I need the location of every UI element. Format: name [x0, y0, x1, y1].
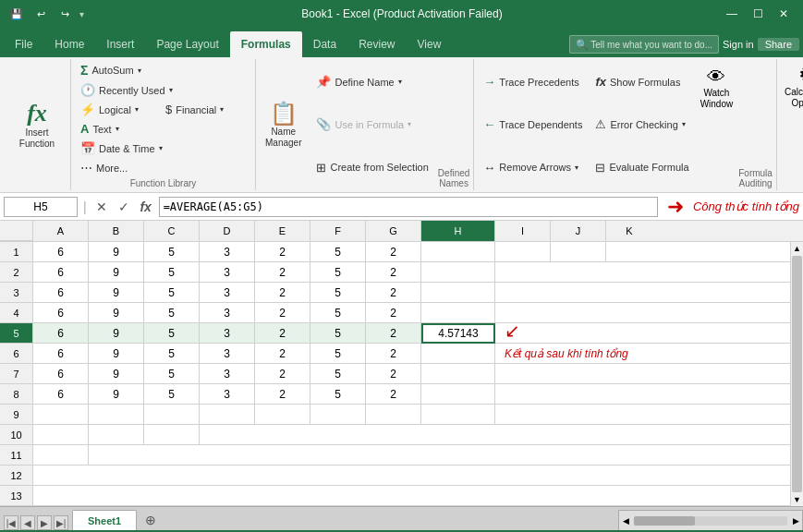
cell-f7[interactable]: 5 [310, 364, 366, 384]
cell-f2[interactable]: 5 [310, 262, 366, 283]
row-header-10[interactable]: 10 [0, 425, 33, 445]
cell-f6[interactable]: 5 [310, 344, 366, 364]
col-header-i[interactable]: I [495, 221, 551, 241]
minimize-button[interactable]: — [720, 5, 744, 23]
sheet-nav-next[interactable]: ▶ [37, 515, 52, 530]
cell-f4[interactable]: 5 [310, 303, 366, 323]
cell-d6[interactable]: 3 [200, 344, 255, 364]
cell-g3[interactable]: 2 [366, 283, 421, 303]
cell-g1[interactable]: 2 [366, 242, 421, 262]
scroll-left-button[interactable]: ◀ [619, 511, 632, 531]
row-header-1[interactable]: 1 [0, 242, 33, 262]
remove-arrows-button[interactable]: ↔ Remove Arrows ▾ [478, 159, 588, 176]
cell-f3[interactable]: 5 [310, 283, 366, 303]
cell-a9[interactable] [33, 405, 89, 425]
autosum-button[interactable]: Σ AutoSum ▾ [75, 61, 158, 79]
tab-file[interactable]: File [4, 31, 43, 57]
cell-rest-10[interactable] [200, 425, 790, 445]
cell-e2[interactable]: 2 [255, 262, 310, 283]
cell-rest-3[interactable] [495, 283, 790, 303]
cell-h5-active[interactable]: 4.57143 [421, 323, 495, 344]
cell-g2[interactable]: 2 [366, 262, 421, 283]
cell-b6[interactable]: 9 [89, 344, 144, 364]
sheet-nav-first[interactable]: |◀ [4, 515, 18, 530]
cell-c9[interactable] [144, 405, 200, 425]
cell-a5[interactable]: 6 [33, 323, 89, 344]
col-header-f[interactable]: F [310, 221, 366, 241]
row-header-13[interactable]: 13 [0, 486, 33, 506]
search-bar[interactable]: 🔍 Tell me what you want to do... [569, 35, 719, 54]
cell-e6[interactable]: 2 [255, 344, 310, 364]
cell-a10[interactable] [33, 425, 89, 445]
maximize-button[interactable]: ☐ [746, 5, 770, 23]
use-in-formula-button[interactable]: 📎 Use in Formula ▾ [310, 115, 433, 133]
scroll-down-button[interactable]: ▼ [791, 493, 803, 506]
date-time-button[interactable]: 📅 Date & Time ▾ [75, 139, 168, 157]
tab-formulas[interactable]: Formulas [230, 31, 302, 57]
col-header-d[interactable]: D [200, 221, 255, 241]
text-button[interactable]: A Text ▾ [75, 120, 158, 138]
cell-a7[interactable]: 6 [33, 364, 89, 384]
cell-a1[interactable]: 6 [33, 242, 89, 262]
cell-h9[interactable] [421, 405, 495, 425]
name-box[interactable] [4, 197, 78, 217]
cell-b7[interactable]: 9 [89, 364, 144, 384]
logical-button[interactable]: ⚡ Logical ▾ [75, 101, 158, 118]
scroll-up-button[interactable]: ▲ [791, 242, 803, 255]
cell-rest-5[interactable]: ↙ [495, 323, 790, 344]
row-header-3[interactable]: 3 [0, 283, 33, 303]
cell-g6[interactable]: 2 [366, 344, 421, 364]
calculation-options-button[interactable]: ⚙ CalculationOptions ▾ [781, 61, 803, 119]
create-from-selection-button[interactable]: ⊞ Create from Selection [310, 159, 433, 176]
col-header-j[interactable]: J [551, 221, 606, 241]
cancel-formula-icon[interactable]: ✕ [92, 198, 111, 216]
tab-page-layout[interactable]: Page Layout [145, 31, 229, 57]
cell-b5[interactable]: 9 [89, 323, 144, 344]
trace-dependents-button[interactable]: ← Trace Dependents [478, 115, 588, 133]
close-button[interactable]: ✕ [772, 5, 796, 23]
tab-review[interactable]: Review [347, 31, 406, 57]
cell-h6[interactable] [421, 344, 495, 364]
save-icon[interactable]: 💾 [7, 5, 26, 23]
cell-c10[interactable] [144, 425, 200, 445]
cell-a6[interactable]: 6 [33, 344, 89, 364]
cell-c4[interactable]: 5 [144, 303, 200, 323]
signin-button[interactable]: Sign in [723, 39, 754, 50]
recently-used-button[interactable]: 🕐 Recently Used ▾ [75, 81, 178, 99]
cell-g8[interactable]: 2 [366, 384, 421, 405]
cell-d3[interactable]: 3 [200, 283, 255, 303]
more-functions-button[interactable]: ⋯ More... [75, 159, 158, 176]
cell-c5[interactable]: 5 [144, 323, 200, 344]
row-header-6[interactable]: 6 [0, 344, 33, 364]
cell-c6[interactable]: 5 [144, 344, 200, 364]
cell-e1[interactable]: 2 [255, 242, 310, 262]
cell-d1[interactable]: 3 [200, 242, 255, 262]
col-header-k[interactable]: K [606, 221, 652, 241]
sheet-nav-last[interactable]: ▶| [54, 515, 68, 530]
tab-data[interactable]: Data [302, 31, 347, 57]
cell-rest-13[interactable] [33, 486, 790, 506]
row-header-12[interactable]: 12 [0, 466, 33, 486]
cell-b10[interactable] [89, 425, 144, 445]
name-manager-button[interactable]: 📋 NameManager [260, 61, 307, 188]
cell-c7[interactable]: 5 [144, 364, 200, 384]
insert-function-button[interactable]: fx InsertFunction [11, 96, 63, 153]
row-header-7[interactable]: 7 [0, 364, 33, 384]
cell-d4[interactable]: 3 [200, 303, 255, 323]
undo-icon[interactable]: ↩ [31, 5, 50, 23]
row-header-11[interactable]: 11 [0, 445, 33, 466]
cell-g4[interactable]: 2 [366, 303, 421, 323]
cell-e7[interactable]: 2 [255, 364, 310, 384]
row-header-9[interactable]: 9 [0, 405, 33, 425]
row-header-5[interactable]: 5 [0, 323, 33, 344]
h-scroll-thumb[interactable] [634, 516, 695, 526]
horizontal-scrollbar[interactable]: ◀ ▶ [618, 510, 803, 530]
cell-c3[interactable]: 5 [144, 283, 200, 303]
cell-b9[interactable] [89, 405, 144, 425]
col-header-h[interactable]: H [421, 221, 495, 241]
cell-c1[interactable]: 5 [144, 242, 200, 262]
define-name-button[interactable]: 📌 Define Name ▾ [310, 73, 433, 91]
cell-rest-11[interactable] [89, 445, 790, 466]
cell-d5[interactable]: 3 [200, 323, 255, 344]
cell-h2[interactable] [421, 262, 495, 283]
